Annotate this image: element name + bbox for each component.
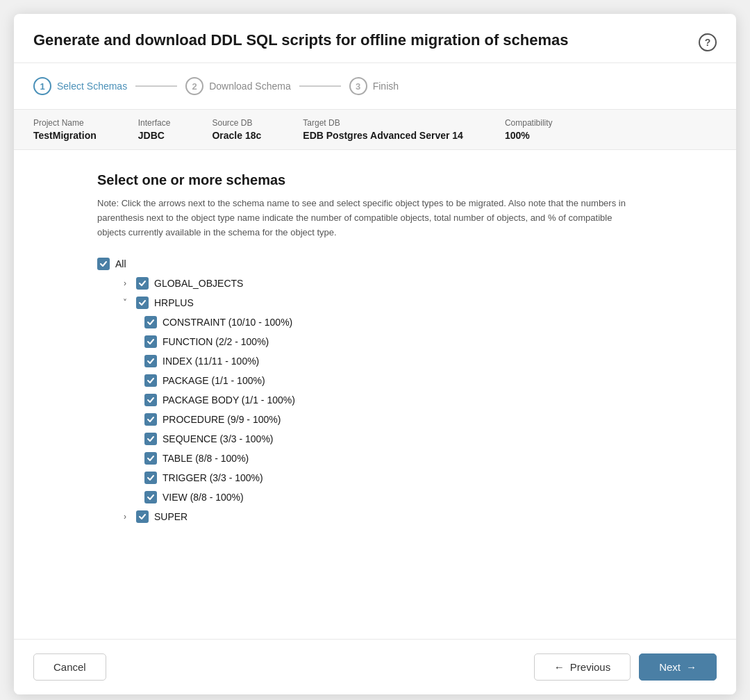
info-compatibility: Compatibility 100% — [505, 118, 553, 141]
info-bar: Project Name TestMigration Interface JDB… — [14, 110, 736, 150]
step-3-circle: 3 — [349, 77, 367, 95]
tree-item-package-body[interactable]: PACKAGE BODY (1/1 - 100%) — [97, 392, 653, 408]
help-icon[interactable]: ? — [699, 33, 717, 51]
tree-item-super[interactable]: › SUPER — [97, 509, 653, 524]
tree-item-trigger[interactable]: TRIGGER (3/3 - 100%) — [97, 470, 653, 485]
step-1-label: Select Schemas — [57, 81, 127, 92]
main-content: Select one or more schemas Note: Click t… — [14, 150, 736, 639]
checkbox-package[interactable] — [144, 374, 157, 387]
modal-container: Generate and download DDL SQL scripts fo… — [14, 14, 736, 694]
step-2: 2 Download Schema — [185, 77, 291, 95]
info-project-name: Project Name TestMigration — [33, 118, 97, 141]
step-1: 1 Select Schemas — [33, 77, 127, 95]
step-connector-2 — [299, 85, 341, 87]
checkbox-procedure[interactable] — [144, 413, 157, 426]
arrow-left-icon: ← — [554, 661, 565, 673]
checkbox-view[interactable] — [144, 491, 157, 503]
step-2-label: Download Schema — [209, 81, 291, 92]
tree-label-constraint: CONSTRAINT (10/10 - 100%) — [162, 317, 292, 328]
tree-item-constraint[interactable]: CONSTRAINT (10/10 - 100%) — [97, 315, 653, 330]
tree-label-package-body: PACKAGE BODY (1/1 - 100%) — [162, 394, 295, 406]
checkbox-constraint[interactable] — [144, 316, 157, 328]
source-db-label: Source DB — [212, 118, 261, 128]
tree-label-function: FUNCTION (2/2 - 100%) — [162, 336, 269, 347]
tree-item-table[interactable]: TABLE (8/8 - 100%) — [97, 451, 653, 466]
step-2-circle: 2 — [185, 77, 203, 95]
arrow-right-icon: → — [686, 661, 697, 673]
cancel-button[interactable]: Cancel — [33, 653, 106, 681]
expand-icon-hrplus[interactable]: ˅ — [119, 298, 131, 308]
project-name-value: TestMigration — [33, 130, 97, 141]
tree-item-procedure[interactable]: PROCEDURE (9/9 - 100%) — [97, 412, 653, 427]
tree-label-procedure: PROCEDURE (9/9 - 100%) — [162, 414, 281, 425]
tree-label-super: SUPER — [154, 511, 188, 522]
step-1-circle: 1 — [33, 77, 51, 95]
checkbox-sequence[interactable] — [144, 433, 157, 445]
tree-label-hrplus: HRPLUS — [154, 297, 194, 308]
next-button[interactable]: Next → — [639, 653, 717, 681]
target-db-label: Target DB — [303, 118, 463, 128]
schema-tree: All › GLOBAL_OBJECTS ˅ HRPLUS — [97, 256, 653, 524]
tree-label-table: TABLE (8/8 - 100%) — [162, 453, 249, 464]
checkbox-global-objects[interactable] — [136, 277, 149, 290]
section-title: Select one or more schemas — [97, 172, 653, 188]
checkbox-trigger[interactable] — [144, 472, 157, 484]
page-title: Generate and download DDL SQL scripts fo… — [33, 31, 569, 51]
compatibility-label: Compatibility — [505, 118, 553, 128]
info-interface: Interface JDBC — [138, 118, 171, 141]
checkbox-super[interactable] — [136, 510, 149, 523]
checkbox-table[interactable] — [144, 452, 157, 465]
stepper: 1 Select Schemas 2 Download Schema 3 Fin… — [14, 63, 736, 110]
tree-item-package[interactable]: PACKAGE (1/1 - 100%) — [97, 373, 653, 388]
tree-label-all: All — [115, 258, 126, 269]
source-db-value: Oracle 18c — [212, 130, 261, 141]
tree-label-sequence: SEQUENCE (3/3 - 100%) — [162, 433, 274, 444]
info-source-db: Source DB Oracle 18c — [212, 118, 261, 141]
tree-item-function[interactable]: FUNCTION (2/2 - 100%) — [97, 334, 653, 349]
tree-label-trigger: TRIGGER (3/3 - 100%) — [162, 472, 263, 483]
expand-icon-global-objects[interactable]: › — [119, 278, 131, 288]
tree-item-all[interactable]: All — [97, 256, 653, 272]
next-label: Next — [659, 661, 681, 673]
previous-button[interactable]: ← Previous — [534, 653, 631, 681]
checkbox-all[interactable] — [97, 258, 110, 270]
tree-item-global-objects[interactable]: › GLOBAL_OBJECTS — [97, 276, 653, 291]
interface-label: Interface — [138, 118, 171, 128]
modal-header: Generate and download DDL SQL scripts fo… — [14, 14, 736, 63]
checkbox-index[interactable] — [144, 355, 157, 367]
interface-value: JDBC — [138, 130, 171, 141]
step-connector-1 — [135, 85, 177, 87]
tree-label-index: INDEX (11/11 - 100%) — [162, 356, 259, 367]
checkbox-package-body[interactable] — [144, 394, 157, 406]
project-name-label: Project Name — [33, 118, 97, 128]
expand-icon-super[interactable]: › — [119, 512, 131, 522]
tree-item-sequence[interactable]: SEQUENCE (3/3 - 100%) — [97, 431, 653, 447]
tree-label-package: PACKAGE (1/1 - 100%) — [162, 375, 265, 386]
tree-item-index[interactable]: INDEX (11/11 - 100%) — [97, 353, 653, 369]
checkbox-hrplus[interactable] — [136, 297, 149, 309]
checkbox-function[interactable] — [144, 335, 157, 348]
target-db-value: EDB Postgres Advanced Server 14 — [303, 130, 463, 141]
info-target-db: Target DB EDB Postgres Advanced Server 1… — [303, 118, 463, 141]
compatibility-value: 100% — [505, 130, 553, 141]
tree-item-view[interactable]: VIEW (8/8 - 100%) — [97, 490, 653, 505]
footer-right: ← Previous Next → — [534, 653, 717, 681]
tree-label-global-objects: GLOBAL_OBJECTS — [154, 278, 243, 289]
previous-label: Previous — [570, 661, 610, 673]
step-3: 3 Finish — [349, 77, 399, 95]
tree-item-hrplus[interactable]: ˅ HRPLUS — [97, 295, 653, 310]
step-3-label: Finish — [373, 81, 399, 92]
section-note: Note: Click the arrows next to the schem… — [97, 197, 639, 240]
modal-footer: Cancel ← Previous Next → — [14, 639, 736, 694]
tree-label-view: VIEW (8/8 - 100%) — [162, 492, 244, 503]
